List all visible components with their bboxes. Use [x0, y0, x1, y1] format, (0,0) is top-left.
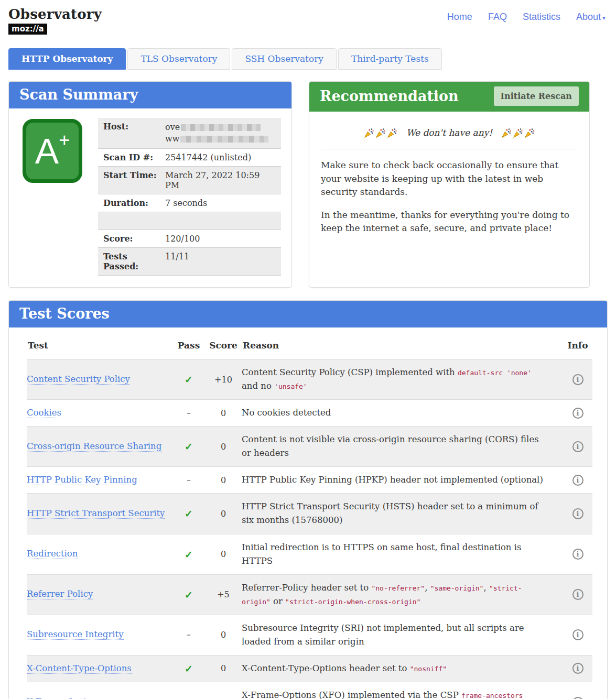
info-icon[interactable]: i — [572, 549, 583, 560]
pass-status-icon: ✓ — [172, 374, 205, 385]
grade-letter: A — [35, 133, 59, 169]
party-popper-icon — [387, 128, 397, 138]
chevron-down-icon: ▾ — [602, 14, 606, 21]
test-link[interactable]: Referrer Policy — [27, 589, 93, 599]
table-row: Subresource Integrity – 0 Subresource In… — [27, 615, 592, 655]
recommendation-title: Recommendation — [320, 88, 459, 104]
table-row: X-Content-Type-Options ✓ 0 X-Content-Typ… — [27, 655, 592, 682]
test-link[interactable]: Redirection — [27, 549, 78, 559]
redacted-host — [180, 136, 268, 143]
reason-text: X-Content-Type-Options header set to "no… — [242, 662, 552, 675]
divider — [321, 149, 578, 149]
party-popper-icon — [501, 128, 512, 138]
info-icon[interactable]: i — [572, 475, 583, 486]
tab-third-party-tests[interactable]: Third-party Tests — [338, 48, 442, 70]
party-popper-icon — [524, 128, 535, 138]
recommendation-body: We don't have any! Make sure to check ba… — [309, 112, 589, 244]
table-row: X-Frame-Options ✓ +5 X-Frame-Options (XF… — [27, 682, 592, 699]
nav-item[interactable]: FAQ — [488, 12, 507, 23]
page: Observatory moz://a HomeFAQStatisticsAbo… — [0, 0, 616, 699]
nav-item[interactable]: Statistics — [523, 12, 560, 23]
table-row: HTTP Strict Transport Security ✓ 0 HTTP … — [27, 493, 592, 533]
recommendation-paragraph: In the meantime, thanks for everything y… — [321, 209, 578, 235]
test-link[interactable]: X-Content-Type-Options — [27, 663, 132, 674]
score-value: +10 — [205, 375, 242, 385]
summary-row: Scan ID #: 25417442 (unlisted) — [98, 149, 281, 167]
reason-text: Content Security Policy (CSP) implemente… — [242, 366, 552, 393]
info-icon[interactable]: i — [572, 508, 583, 519]
tab-http-observatory[interactable]: HTTP Observatory — [8, 48, 126, 70]
test-scores-title: Test Scores — [19, 305, 110, 322]
reason-text: Subresource Integrity (SRI) not implemen… — [242, 621, 552, 649]
score-value: +5 — [205, 589, 242, 599]
table-row: Content Security Policy ✓ +10 Content Se… — [27, 359, 592, 399]
column-header-test: Test — [27, 340, 172, 351]
summary-row: Host: oveww — [98, 118, 281, 149]
scan-summary-body: A + Host: oveww Scan ID #: 25417442 (unl… — [9, 108, 291, 287]
summary-table: Host: oveww Scan ID #: 25417442 (unliste… — [98, 118, 281, 276]
reason-text: X-Frame-Options (XFO) implemented via th… — [242, 689, 552, 699]
info-icon[interactable]: i — [572, 441, 583, 452]
info-icon[interactable]: i — [572, 663, 583, 674]
tab-ssh-observatory[interactable]: SSH Observatory — [232, 48, 337, 70]
info-icon[interactable]: i — [572, 374, 583, 385]
summary-row: Score: 120/100 — [98, 230, 281, 248]
nav-item[interactable]: About▾ — [576, 12, 606, 23]
scan-summary-panel: Scan Summary A + Host: oveww Scan ID #: … — [8, 81, 292, 288]
info-icon[interactable]: i — [572, 408, 583, 419]
summary-row-label: Score: — [103, 234, 165, 244]
grade-badge: A + — [23, 119, 82, 183]
test-link[interactable]: Content Security Policy — [27, 374, 130, 385]
summary-row-value: 11/11 — [165, 252, 276, 271]
test-link[interactable]: Subresource Integrity — [27, 629, 124, 640]
summary-row-value — [165, 216, 276, 226]
pass-status-icon: ✓ — [172, 696, 205, 699]
pass-status-icon: ✓ — [172, 549, 205, 560]
info-icon[interactable]: i — [572, 629, 583, 640]
score-value: 0 — [205, 509, 242, 519]
recommendation-header: Recommendation Initiate Rescan — [309, 82, 589, 112]
reason-text: Referrer-Policy header set to "no-referr… — [242, 581, 552, 608]
test-link[interactable]: Cookies — [27, 408, 61, 418]
summary-row-label — [103, 216, 165, 226]
reason-text: No cookies detected — [242, 406, 552, 420]
test-link[interactable]: HTTP Strict Transport Security — [27, 508, 165, 519]
pass-status-icon: ✓ — [172, 663, 205, 674]
tabs: HTTP ObservatoryTLS ObservatorySSH Obser… — [8, 48, 608, 70]
recommendation-panel: Recommendation Initiate Rescan We don't … — [309, 81, 590, 288]
mozilla-logo[interactable]: moz://a — [8, 24, 47, 35]
summary-row-label: Scan ID #: — [103, 152, 165, 162]
party-popper-icon — [513, 128, 523, 138]
reason-text: Content is not visible via cross-origin … — [242, 433, 552, 460]
summary-row-label: Start Time: — [103, 170, 165, 190]
info-icon[interactable]: i — [572, 697, 583, 699]
summary-row-value: 120/100 — [165, 234, 276, 244]
score-value: 0 — [205, 442, 242, 452]
party-popper-group-right — [498, 127, 535, 138]
pass-status-icon: – — [172, 408, 205, 418]
brand-title: Observatory — [8, 6, 102, 22]
summary-row — [98, 212, 281, 230]
test-scores-panel: Test Scores Test Pass Score Reason Info … — [8, 300, 608, 699]
info-icon[interactable]: i — [572, 589, 583, 600]
summary-row-value: 25417442 (unlisted) — [165, 152, 276, 162]
celebration-text: We don't have any! — [406, 127, 492, 138]
summary-row-value: 7 seconds — [165, 198, 276, 208]
nav-item[interactable]: Home — [447, 12, 472, 23]
test-link[interactable]: Cross-origin Resource Sharing — [27, 441, 161, 452]
nav: HomeFAQStatisticsAbout▾ — [447, 12, 606, 23]
table-row: Cookies – 0 No cookies detected i — [27, 399, 592, 426]
summary-row: Tests Passed: 11/11 — [98, 248, 281, 276]
party-popper-group-left — [363, 127, 401, 138]
table-row: HTTP Public Key Pinning – 0 HTTP Public … — [27, 466, 592, 493]
scan-summary-header: Scan Summary — [9, 82, 291, 108]
column-header-info: Info — [563, 340, 592, 351]
brand: Observatory moz://a — [8, 6, 102, 35]
summary-row-value: March 27, 2022 10:59 PM — [165, 170, 276, 190]
test-link[interactable]: X-Frame-Options — [27, 697, 101, 699]
test-link[interactable]: HTTP Public Key Pinning — [27, 475, 137, 485]
tab-tls-observatory[interactable]: TLS Observatory — [127, 48, 230, 70]
initiate-rescan-button[interactable]: Initiate Rescan — [494, 86, 579, 106]
pass-status-icon: – — [172, 630, 205, 640]
scan-summary-title: Scan Summary — [19, 86, 138, 103]
